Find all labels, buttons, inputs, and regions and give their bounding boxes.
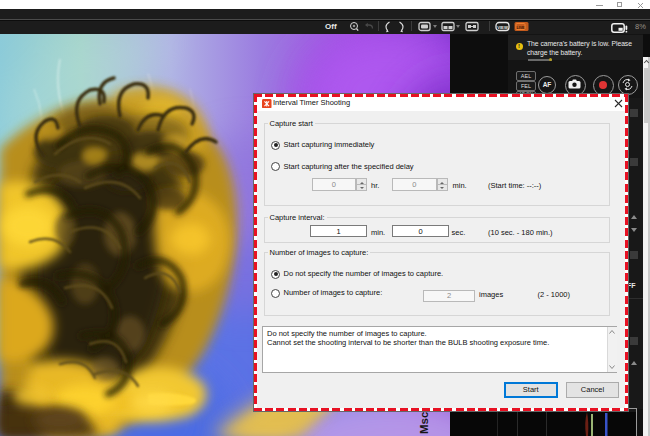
svg-text:LIVE: LIVE [517, 26, 526, 30]
svg-text:VIEW: VIEW [497, 25, 508, 30]
svg-text:Msc: Msc [418, 411, 430, 434]
